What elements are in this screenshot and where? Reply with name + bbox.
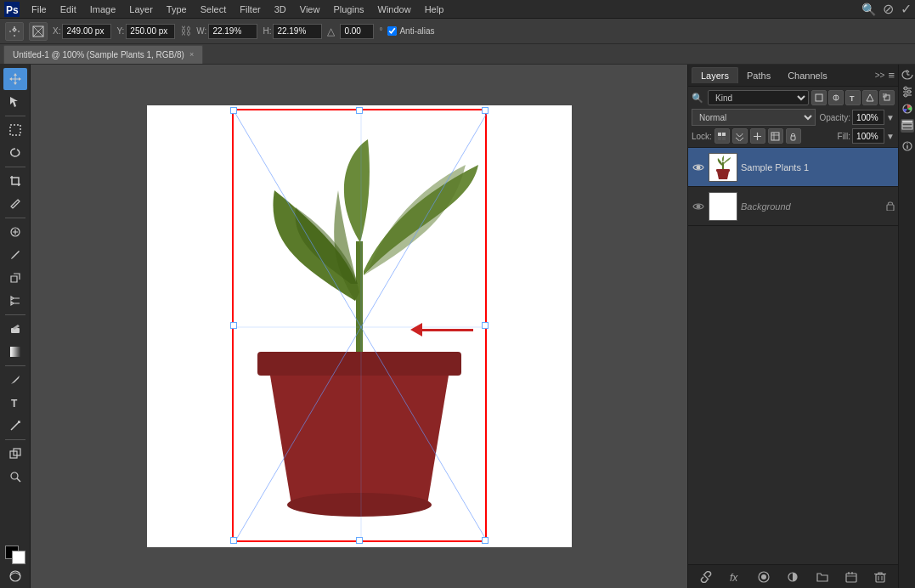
menu-filter[interactable]: Filter [234, 3, 266, 16]
fill-input[interactable] [852, 128, 884, 144]
menu-help[interactable]: Help [419, 3, 450, 16]
layer-arrow [410, 323, 473, 336]
canvas-area[interactable] [31, 65, 687, 588]
svg-point-65 [907, 143, 908, 144]
menu-plugins[interactable]: Plugins [327, 3, 370, 16]
filter-text-btn[interactable]: T [845, 90, 861, 105]
layer-visibility-toggle-2[interactable] [692, 200, 705, 213]
lock-transparent-btn[interactable] [714, 128, 730, 144]
lock-artboard-btn[interactable] [768, 128, 783, 144]
height-input[interactable] [273, 24, 322, 39]
layer-item-background[interactable]: Background [688, 187, 898, 226]
tool-shape[interactable] [3, 443, 27, 465]
opacity-dropdown-icon[interactable]: ▼ [886, 113, 895, 122]
fill-group: Fill: ▼ [838, 128, 895, 144]
lock-all-btn[interactable] [786, 128, 801, 144]
quick-mask-btn[interactable] [6, 568, 25, 585]
panel-icon-history[interactable] [901, 68, 914, 82]
document-tab[interactable]: Untitled-1 @ 100% (Sample Plants 1, RGB/… [3, 45, 203, 64]
tool-type[interactable]: T [3, 392, 27, 414]
add-style-btn[interactable]: fx [726, 568, 743, 585]
filter-smart-btn[interactable] [879, 90, 895, 105]
width-input[interactable] [208, 24, 257, 39]
tool-path-select[interactable] [3, 415, 27, 437]
tabs-more-btn[interactable]: >> [875, 71, 885, 80]
y-position-group: Y: [116, 24, 175, 39]
toolbar-divider-3 [5, 218, 25, 218]
tool-heal[interactable] [3, 221, 27, 243]
menu-image[interactable]: Image [84, 3, 122, 16]
tool-select[interactable] [3, 91, 27, 113]
menu-window[interactable]: Window [372, 3, 417, 16]
opacity-label: Opacity: [819, 113, 850, 122]
antialias-checkbox[interactable]: Anti-alias [387, 26, 434, 36]
menu-bar: Ps File Edit Image Layer Type Select Fil… [0, 0, 915, 19]
tool-zoom[interactable] [3, 466, 27, 488]
delete-layer-btn[interactable] [872, 568, 889, 585]
menu-select[interactable]: Select [195, 3, 233, 16]
panel-icon-layers[interactable] [901, 119, 914, 133]
filter-kind-select[interactable]: Kind [708, 90, 809, 105]
panel-icon-adjustments[interactable] [901, 85, 914, 99]
antialias-label: Anti-alias [399, 26, 434, 36]
tool-clone[interactable] [3, 267, 27, 289]
auto-select-icon[interactable] [29, 22, 48, 41]
foreground-bg-color[interactable] [5, 546, 25, 564]
panel-menu-btn[interactable]: ≡ [888, 69, 895, 82]
layer-item-sample-plants[interactable]: Sample Plants 1 [688, 148, 898, 187]
menu-file[interactable]: File [25, 3, 53, 16]
svg-marker-24 [867, 94, 873, 101]
lock-row: Lock: [692, 128, 895, 144]
link-layers-btn[interactable] [698, 568, 714, 585]
tool-move[interactable] [3, 68, 27, 90]
svg-rect-48 [876, 574, 884, 582]
layers-controls: 🔍 Kind T [688, 87, 898, 148]
tab-close-btn[interactable]: × [189, 50, 194, 59]
filter-shape-btn[interactable] [862, 90, 878, 105]
tool-eyedropper[interactable] [3, 193, 27, 215]
tool-gradient[interactable] [3, 341, 27, 363]
tool-brush[interactable] [3, 244, 27, 266]
layer-visibility-toggle-1[interactable] [692, 161, 705, 174]
menu-type[interactable]: Type [161, 3, 193, 16]
menu-view[interactable]: View [294, 3, 326, 16]
tool-pen[interactable] [3, 369, 27, 391]
tool-marquee[interactable] [3, 119, 27, 141]
move-tool-options[interactable] [5, 22, 24, 41]
new-layer-btn[interactable] [843, 568, 860, 585]
svg-rect-38 [887, 205, 894, 211]
tool-history[interactable] [3, 290, 27, 312]
svg-point-37 [697, 204, 701, 208]
add-adjustment-btn[interactable] [784, 568, 801, 585]
fill-dropdown-icon[interactable]: ▼ [886, 132, 895, 141]
filter-pixel-btn[interactable] [811, 90, 827, 105]
lock-position-btn[interactable] [750, 128, 765, 144]
toolbar-divider-5 [5, 365, 25, 366]
y-position-input[interactable] [126, 24, 175, 39]
lock-image-btn[interactable] [732, 128, 748, 144]
panel-icon-info[interactable] [901, 139, 914, 153]
filter-adjustment-btn[interactable] [828, 90, 844, 105]
svg-rect-62 [902, 121, 912, 122]
filter-icon: 🔍 [692, 93, 703, 104]
tool-lasso[interactable] [3, 142, 27, 164]
tab-layers[interactable]: Layers [692, 67, 738, 83]
panel-icon-color[interactable] [901, 102, 914, 116]
menu-3d[interactable]: 3D [268, 3, 292, 16]
opacity-input[interactable] [852, 110, 884, 125]
menu-edit[interactable]: Edit [54, 3, 82, 16]
svg-line-39 [704, 575, 708, 579]
y-label: Y: [116, 26, 124, 36]
tab-channels[interactable]: Channels [779, 68, 835, 83]
angle-input[interactable] [340, 24, 374, 39]
svg-rect-25 [884, 95, 890, 100]
add-mask-btn[interactable] [755, 568, 772, 585]
tool-eraser[interactable] [3, 318, 27, 340]
x-position-input[interactable] [62, 24, 111, 39]
new-group-btn[interactable] [814, 568, 831, 585]
tool-crop[interactable] [3, 170, 27, 192]
tab-paths[interactable]: Paths [738, 68, 779, 83]
menu-layer[interactable]: Layer [123, 3, 159, 16]
document-canvas[interactable] [147, 105, 572, 547]
blend-mode-select[interactable]: Normal [692, 109, 816, 126]
